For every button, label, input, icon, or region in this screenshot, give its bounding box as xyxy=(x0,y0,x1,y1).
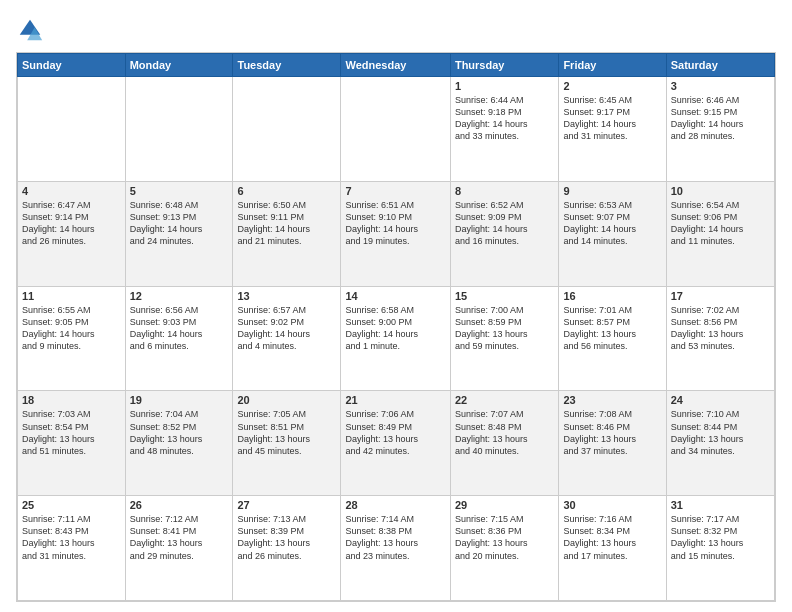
day-number: 30 xyxy=(563,499,661,511)
day-info: Sunrise: 7:17 AM Sunset: 8:32 PM Dayligh… xyxy=(671,513,770,562)
calendar-cell xyxy=(341,77,450,182)
day-number: 13 xyxy=(237,290,336,302)
calendar-cell xyxy=(125,77,233,182)
day-info: Sunrise: 7:11 AM Sunset: 8:43 PM Dayligh… xyxy=(22,513,121,562)
day-number: 12 xyxy=(130,290,229,302)
calendar-cell: 24Sunrise: 7:10 AM Sunset: 8:44 PM Dayli… xyxy=(666,391,774,496)
day-number: 2 xyxy=(563,80,661,92)
calendar-cell: 7Sunrise: 6:51 AM Sunset: 9:10 PM Daylig… xyxy=(341,181,450,286)
logo-icon xyxy=(16,16,44,44)
calendar-week-4: 18Sunrise: 7:03 AM Sunset: 8:54 PM Dayli… xyxy=(18,391,775,496)
header xyxy=(16,16,776,44)
header-day-thursday: Thursday xyxy=(450,54,558,77)
day-number: 31 xyxy=(671,499,770,511)
day-number: 9 xyxy=(563,185,661,197)
day-number: 3 xyxy=(671,80,770,92)
calendar: SundayMondayTuesdayWednesdayThursdayFrid… xyxy=(16,52,776,602)
calendar-cell: 15Sunrise: 7:00 AM Sunset: 8:59 PM Dayli… xyxy=(450,286,558,391)
header-day-sunday: Sunday xyxy=(18,54,126,77)
calendar-cell: 27Sunrise: 7:13 AM Sunset: 8:39 PM Dayli… xyxy=(233,496,341,601)
day-number: 14 xyxy=(345,290,445,302)
day-number: 28 xyxy=(345,499,445,511)
calendar-week-3: 11Sunrise: 6:55 AM Sunset: 9:05 PM Dayli… xyxy=(18,286,775,391)
calendar-header-row: SundayMondayTuesdayWednesdayThursdayFrid… xyxy=(18,54,775,77)
day-info: Sunrise: 6:58 AM Sunset: 9:00 PM Dayligh… xyxy=(345,304,445,353)
calendar-cell: 16Sunrise: 7:01 AM Sunset: 8:57 PM Dayli… xyxy=(559,286,666,391)
day-info: Sunrise: 6:57 AM Sunset: 9:02 PM Dayligh… xyxy=(237,304,336,353)
day-info: Sunrise: 7:00 AM Sunset: 8:59 PM Dayligh… xyxy=(455,304,554,353)
day-info: Sunrise: 7:01 AM Sunset: 8:57 PM Dayligh… xyxy=(563,304,661,353)
calendar-cell: 8Sunrise: 6:52 AM Sunset: 9:09 PM Daylig… xyxy=(450,181,558,286)
calendar-cell: 14Sunrise: 6:58 AM Sunset: 9:00 PM Dayli… xyxy=(341,286,450,391)
day-info: Sunrise: 6:51 AM Sunset: 9:10 PM Dayligh… xyxy=(345,199,445,248)
logo xyxy=(16,16,48,44)
day-info: Sunrise: 7:14 AM Sunset: 8:38 PM Dayligh… xyxy=(345,513,445,562)
day-info: Sunrise: 7:06 AM Sunset: 8:49 PM Dayligh… xyxy=(345,408,445,457)
header-day-monday: Monday xyxy=(125,54,233,77)
calendar-cell: 2Sunrise: 6:45 AM Sunset: 9:17 PM Daylig… xyxy=(559,77,666,182)
day-info: Sunrise: 6:48 AM Sunset: 9:13 PM Dayligh… xyxy=(130,199,229,248)
calendar-cell: 29Sunrise: 7:15 AM Sunset: 8:36 PM Dayli… xyxy=(450,496,558,601)
calendar-cell: 9Sunrise: 6:53 AM Sunset: 9:07 PM Daylig… xyxy=(559,181,666,286)
calendar-week-5: 25Sunrise: 7:11 AM Sunset: 8:43 PM Dayli… xyxy=(18,496,775,601)
day-info: Sunrise: 6:44 AM Sunset: 9:18 PM Dayligh… xyxy=(455,94,554,143)
day-number: 22 xyxy=(455,394,554,406)
day-number: 18 xyxy=(22,394,121,406)
day-number: 8 xyxy=(455,185,554,197)
day-info: Sunrise: 7:05 AM Sunset: 8:51 PM Dayligh… xyxy=(237,408,336,457)
calendar-cell xyxy=(18,77,126,182)
day-number: 19 xyxy=(130,394,229,406)
calendar-week-2: 4Sunrise: 6:47 AM Sunset: 9:14 PM Daylig… xyxy=(18,181,775,286)
calendar-cell: 30Sunrise: 7:16 AM Sunset: 8:34 PM Dayli… xyxy=(559,496,666,601)
header-day-wednesday: Wednesday xyxy=(341,54,450,77)
calendar-cell: 4Sunrise: 6:47 AM Sunset: 9:14 PM Daylig… xyxy=(18,181,126,286)
day-info: Sunrise: 7:03 AM Sunset: 8:54 PM Dayligh… xyxy=(22,408,121,457)
day-number: 5 xyxy=(130,185,229,197)
calendar-cell: 17Sunrise: 7:02 AM Sunset: 8:56 PM Dayli… xyxy=(666,286,774,391)
day-info: Sunrise: 6:54 AM Sunset: 9:06 PM Dayligh… xyxy=(671,199,770,248)
header-day-tuesday: Tuesday xyxy=(233,54,341,77)
day-info: Sunrise: 6:55 AM Sunset: 9:05 PM Dayligh… xyxy=(22,304,121,353)
calendar-cell: 10Sunrise: 6:54 AM Sunset: 9:06 PM Dayli… xyxy=(666,181,774,286)
day-number: 11 xyxy=(22,290,121,302)
day-info: Sunrise: 7:10 AM Sunset: 8:44 PM Dayligh… xyxy=(671,408,770,457)
day-info: Sunrise: 7:04 AM Sunset: 8:52 PM Dayligh… xyxy=(130,408,229,457)
calendar-cell: 28Sunrise: 7:14 AM Sunset: 8:38 PM Dayli… xyxy=(341,496,450,601)
calendar-cell: 31Sunrise: 7:17 AM Sunset: 8:32 PM Dayli… xyxy=(666,496,774,601)
day-number: 25 xyxy=(22,499,121,511)
day-info: Sunrise: 6:50 AM Sunset: 9:11 PM Dayligh… xyxy=(237,199,336,248)
calendar-cell: 13Sunrise: 6:57 AM Sunset: 9:02 PM Dayli… xyxy=(233,286,341,391)
day-number: 1 xyxy=(455,80,554,92)
day-number: 4 xyxy=(22,185,121,197)
day-number: 16 xyxy=(563,290,661,302)
day-info: Sunrise: 7:15 AM Sunset: 8:36 PM Dayligh… xyxy=(455,513,554,562)
header-day-friday: Friday xyxy=(559,54,666,77)
calendar-cell: 3Sunrise: 6:46 AM Sunset: 9:15 PM Daylig… xyxy=(666,77,774,182)
day-info: Sunrise: 7:13 AM Sunset: 8:39 PM Dayligh… xyxy=(237,513,336,562)
day-number: 29 xyxy=(455,499,554,511)
day-number: 23 xyxy=(563,394,661,406)
day-info: Sunrise: 6:56 AM Sunset: 9:03 PM Dayligh… xyxy=(130,304,229,353)
page: SundayMondayTuesdayWednesdayThursdayFrid… xyxy=(0,0,792,612)
calendar-cell: 22Sunrise: 7:07 AM Sunset: 8:48 PM Dayli… xyxy=(450,391,558,496)
calendar-cell: 20Sunrise: 7:05 AM Sunset: 8:51 PM Dayli… xyxy=(233,391,341,496)
day-number: 20 xyxy=(237,394,336,406)
day-info: Sunrise: 6:52 AM Sunset: 9:09 PM Dayligh… xyxy=(455,199,554,248)
day-info: Sunrise: 7:02 AM Sunset: 8:56 PM Dayligh… xyxy=(671,304,770,353)
calendar-cell: 6Sunrise: 6:50 AM Sunset: 9:11 PM Daylig… xyxy=(233,181,341,286)
calendar-cell xyxy=(233,77,341,182)
calendar-cell: 18Sunrise: 7:03 AM Sunset: 8:54 PM Dayli… xyxy=(18,391,126,496)
calendar-cell: 12Sunrise: 6:56 AM Sunset: 9:03 PM Dayli… xyxy=(125,286,233,391)
day-info: Sunrise: 7:12 AM Sunset: 8:41 PM Dayligh… xyxy=(130,513,229,562)
calendar-cell: 5Sunrise: 6:48 AM Sunset: 9:13 PM Daylig… xyxy=(125,181,233,286)
calendar-week-1: 1Sunrise: 6:44 AM Sunset: 9:18 PM Daylig… xyxy=(18,77,775,182)
calendar-cell: 23Sunrise: 7:08 AM Sunset: 8:46 PM Dayli… xyxy=(559,391,666,496)
day-info: Sunrise: 6:45 AM Sunset: 9:17 PM Dayligh… xyxy=(563,94,661,143)
calendar-cell: 21Sunrise: 7:06 AM Sunset: 8:49 PM Dayli… xyxy=(341,391,450,496)
calendar-cell: 1Sunrise: 6:44 AM Sunset: 9:18 PM Daylig… xyxy=(450,77,558,182)
calendar-cell: 26Sunrise: 7:12 AM Sunset: 8:41 PM Dayli… xyxy=(125,496,233,601)
day-number: 26 xyxy=(130,499,229,511)
day-info: Sunrise: 7:07 AM Sunset: 8:48 PM Dayligh… xyxy=(455,408,554,457)
day-info: Sunrise: 7:16 AM Sunset: 8:34 PM Dayligh… xyxy=(563,513,661,562)
calendar-cell: 11Sunrise: 6:55 AM Sunset: 9:05 PM Dayli… xyxy=(18,286,126,391)
